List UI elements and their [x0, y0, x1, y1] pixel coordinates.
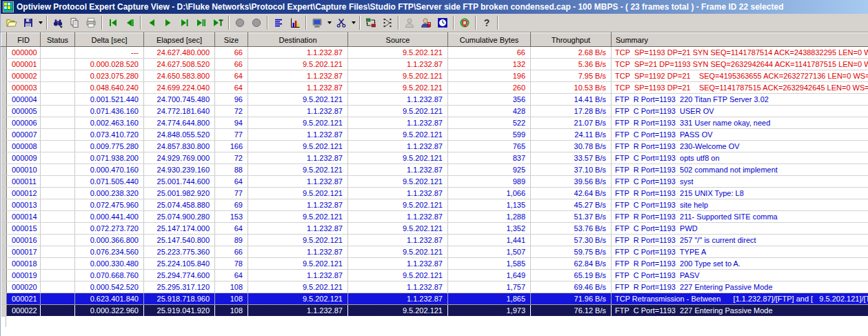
cell-source[interactable]: 1.1.232.87: [348, 164, 448, 176]
cell-summary[interactable]: FTP C Port=1193 PWD: [612, 223, 868, 235]
cell-destination[interactable]: 1.1.232.87: [248, 106, 348, 117]
cell-summary[interactable]: FTP R Port=1193 200 Type set to A.: [612, 258, 868, 270]
cell-summary[interactable]: FTP C Port=1193 syst: [612, 176, 868, 188]
frame-row[interactable]: 0000010.000.028.52024.627.508.520669.5.2…: [1, 59, 868, 70]
cell-fid[interactable]: 000000: [7, 47, 41, 59]
cell-elapsed[interactable]: 24.627.480.000: [144, 47, 215, 59]
cell-destination[interactable]: 1.1.232.87: [248, 70, 348, 82]
cell-summary[interactable]: TCP SP=1193 DP=21 SEQ=1141787515 ACK=263…: [612, 82, 868, 94]
cell-status[interactable]: [41, 152, 75, 164]
cell-source[interactable]: 9.5.202.121: [348, 129, 448, 141]
cell-summary[interactable]: FTP C Port=1193 USER OV: [612, 106, 868, 117]
cell-source[interactable]: 1.1.232.87: [348, 59, 448, 70]
column-header-delta[interactable]: Delta [sec]: [75, 33, 144, 47]
cell-size[interactable]: 108: [215, 281, 248, 293]
cell-elapsed[interactable]: 25.147.174.000: [144, 223, 215, 235]
time-view-button[interactable]: [434, 15, 451, 30]
cell-elapsed[interactable]: 25.074.900.280: [144, 211, 215, 223]
cell-throughput[interactable]: 21.07 B/s: [531, 117, 612, 129]
cell-summary[interactable]: FTP R Port=1193 220 Titan FTP Server 3.0…: [612, 94, 868, 106]
cell-cumulative-bytes[interactable]: 428: [448, 106, 531, 117]
cell-elapsed[interactable]: 25.001.744.600: [144, 176, 215, 188]
cell-cumulative-bytes[interactable]: 1,585: [448, 258, 531, 270]
cell-status[interactable]: [41, 235, 75, 246]
cell-size[interactable]: 77: [215, 129, 248, 141]
cell-elapsed[interactable]: 24.700.745.480: [144, 94, 215, 106]
goto-last-frame-button[interactable]: [193, 15, 210, 30]
frame-slice-dropdown-button[interactable]: [350, 15, 357, 30]
cell-elapsed[interactable]: 25.147.540.800: [144, 235, 215, 246]
cell-fid[interactable]: 000021: [7, 293, 41, 305]
cell-fid[interactable]: 000018: [7, 258, 41, 270]
cell-summary[interactable]: FTP R Port=1193 331 User name okay, need: [612, 117, 868, 129]
frame-row[interactable]: 0000090.071.938.20024.929.769.000721.1.2…: [1, 152, 868, 164]
cell-size[interactable]: 64: [215, 223, 248, 235]
monitor-view-button[interactable]: [309, 15, 325, 30]
cell-delta[interactable]: 0.000.322.960: [75, 305, 144, 317]
cell-cumulative-bytes[interactable]: 1,066: [448, 188, 531, 199]
cell-summary[interactable]: FTP R Port=1193 502 command not implemen…: [612, 164, 868, 176]
cell-destination[interactable]: 1.1.232.87: [248, 47, 348, 59]
previous-frame-button[interactable]: [143, 15, 160, 30]
cell-destination[interactable]: 9.5.202.121: [248, 164, 348, 176]
cell-summary[interactable]: FTP C Port=1193 site help: [612, 199, 868, 211]
sequence-view-button[interactable]: [379, 15, 396, 30]
cell-status[interactable]: [41, 94, 75, 106]
cell-summary[interactable]: FTP R Port=1193 230-Welcome OV: [612, 141, 868, 152]
cell-cumulative-bytes[interactable]: 837: [448, 152, 531, 164]
cell-size[interactable]: 96: [215, 94, 248, 106]
cell-cumulative-bytes[interactable]: 356: [448, 94, 531, 106]
cell-throughput[interactable]: 2.68 B/s: [531, 47, 612, 59]
frame-row[interactable]: 0000120.000.238.32025.001.982.920779.5.2…: [1, 188, 868, 199]
cell-size[interactable]: 153: [215, 211, 248, 223]
frame-row[interactable]: 0000060.002.463.16024.774.644.800949.5.2…: [1, 117, 868, 129]
cell-source[interactable]: 1.1.232.87: [348, 293, 448, 305]
cell-destination[interactable]: 1.1.232.87: [248, 199, 348, 211]
cell-destination[interactable]: 1.1.232.87: [248, 305, 348, 317]
cell-delta[interactable]: 0.000.470.160: [75, 164, 144, 176]
cell-status[interactable]: [41, 106, 75, 117]
cell-status[interactable]: [41, 199, 75, 211]
cell-summary[interactable]: TCP SP=1193 DP=21 SYN SEQ=1141787514 ACK…: [612, 47, 868, 59]
cell-elapsed[interactable]: 24.848.055.520: [144, 129, 215, 141]
cell-summary[interactable]: FTP R Port=1193 227 Entering Passive Mod…: [612, 281, 868, 293]
cell-size[interactable]: 166: [215, 141, 248, 152]
cell-delta[interactable]: 0.623.401.840: [75, 293, 144, 305]
cell-size[interactable]: 66: [215, 59, 248, 70]
cell-source[interactable]: 9.5.202.121: [348, 106, 448, 117]
cell-throughput[interactable]: 59.75 B/s: [531, 246, 612, 258]
cell-fid[interactable]: 000004: [7, 94, 41, 106]
cell-summary[interactable]: TCP SP=1192 DP=21 SEQ=4195363655 ACK=263…: [612, 70, 868, 82]
quick-report-button[interactable]: Q: [456, 15, 473, 30]
frame-row[interactable]: 000000---24.627.480.000661.1.232.879.5.2…: [1, 47, 868, 59]
cell-delta[interactable]: 0.070.668.760: [75, 270, 144, 281]
cell-summary[interactable]: FTP C Port=1193 opts utf8 on: [612, 152, 868, 164]
cell-destination[interactable]: 1.1.232.87: [248, 246, 348, 258]
cell-status[interactable]: [41, 293, 75, 305]
cell-delta[interactable]: 0.071.505.440: [75, 176, 144, 188]
cell-cumulative-bytes[interactable]: 1,288: [448, 211, 531, 223]
cell-cumulative-bytes[interactable]: 260: [448, 82, 531, 94]
cell-status[interactable]: [41, 270, 75, 281]
cell-throughput[interactable]: 5.36 B/s: [531, 59, 612, 70]
cell-elapsed[interactable]: 25.919.041.920: [144, 305, 215, 317]
cell-source[interactable]: 1.1.232.87: [348, 235, 448, 246]
cell-throughput[interactable]: 57.30 B/s: [531, 235, 612, 246]
cell-summary[interactable]: FTP R Port=1193 215 UNIX Type: L8: [612, 188, 868, 199]
cell-source[interactable]: 9.5.202.121: [348, 270, 448, 281]
statistics-chart-button[interactable]: [287, 15, 303, 30]
cell-status[interactable]: [41, 246, 75, 258]
cell-delta[interactable]: 0.001.521.440: [75, 94, 144, 106]
frame-row[interactable]: 0000180.000.330.48025.224.105.840789.5.2…: [1, 258, 868, 270]
cell-fid[interactable]: 000003: [7, 82, 41, 94]
cell-source[interactable]: 9.5.202.121: [348, 152, 448, 164]
cell-fid[interactable]: 000011: [7, 176, 41, 188]
cell-fid[interactable]: 000016: [7, 235, 41, 246]
cell-summary[interactable]: TCP SP=21 DP=1193 SYN SEQ=2632942644 ACK…: [612, 59, 868, 70]
cell-destination[interactable]: 9.5.202.121: [248, 281, 348, 293]
cell-cumulative-bytes[interactable]: 1,865: [448, 293, 531, 305]
cell-throughput[interactable]: 42.64 B/s: [531, 188, 612, 199]
cell-delta[interactable]: 0.071.938.200: [75, 152, 144, 164]
cell-cumulative-bytes[interactable]: 765: [448, 141, 531, 152]
cell-source[interactable]: 9.5.202.121: [348, 305, 448, 317]
